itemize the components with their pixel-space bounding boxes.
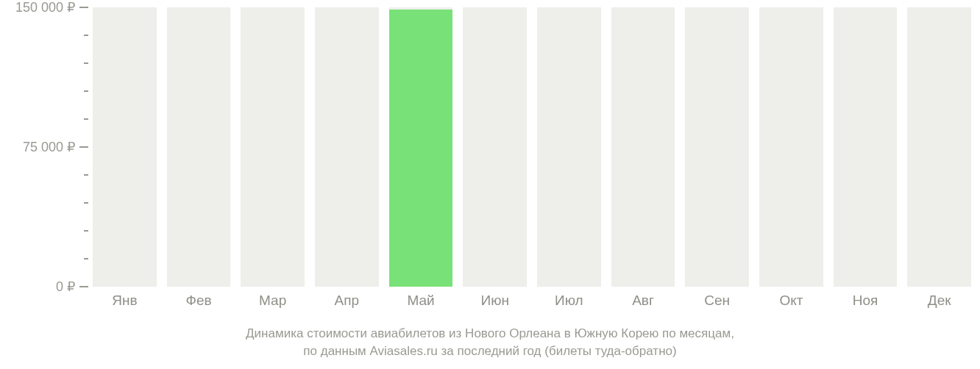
bar-slot <box>834 7 898 287</box>
bar-slot <box>537 7 601 287</box>
bar-background <box>463 7 527 287</box>
y-tick-label: 150 000 ₽ <box>15 0 75 15</box>
bars-group <box>88 7 971 287</box>
bar-slot <box>759 7 823 287</box>
y-axis: 0 ₽75 000 ₽150 000 ₽ <box>0 7 88 287</box>
bar-slot <box>611 7 675 287</box>
y-tick-label: 75 000 ₽ <box>23 139 75 155</box>
x-axis-labels: ЯнвФевМарАпрМайИюнИюлАвгСенОктНояДек <box>88 293 971 309</box>
bar-value <box>389 10 453 287</box>
bar-background <box>834 7 898 287</box>
bar-background <box>167 7 231 287</box>
x-axis-label: Ноя <box>834 293 898 309</box>
bar-slot <box>93 7 157 287</box>
bar-slot <box>907 7 971 287</box>
x-axis-label: Окт <box>759 293 823 309</box>
bar-slot <box>389 7 453 287</box>
bar-background <box>93 7 157 287</box>
x-axis-label: Июн <box>463 293 527 309</box>
x-axis-label: Янв <box>93 293 157 309</box>
price-by-month-chart: 0 ₽75 000 ₽150 000 ₽ ЯнвФевМарАпрМайИюнИ… <box>0 0 980 369</box>
x-axis-label: Май <box>389 293 453 309</box>
y-tick-mark <box>79 286 88 287</box>
bar-background <box>611 7 675 287</box>
bar-slot <box>685 7 749 287</box>
bar-slot <box>315 7 379 287</box>
y-tick-label: 0 ₽ <box>56 279 75 295</box>
x-axis-label: Мар <box>241 293 305 309</box>
x-axis-label: Дек <box>907 293 971 309</box>
x-axis-label: Фев <box>167 293 231 309</box>
bar-slot <box>241 7 305 287</box>
y-tick-mark <box>79 7 88 8</box>
bar-background <box>907 7 971 287</box>
bar-background <box>315 7 379 287</box>
x-axis-label: Апр <box>315 293 379 309</box>
bar-slot <box>463 7 527 287</box>
bar-background <box>759 7 823 287</box>
x-axis-label: Июл <box>537 293 601 309</box>
bar-background <box>537 7 601 287</box>
x-axis-label: Авг <box>611 293 675 309</box>
chart-caption-line2: по данным Aviasales.ru за последний год … <box>0 343 980 360</box>
bar-slot <box>167 7 231 287</box>
plot-area <box>88 7 971 287</box>
bar-background <box>685 7 749 287</box>
bar-background <box>241 7 305 287</box>
x-axis-label: Сен <box>685 293 749 309</box>
y-tick-mark <box>79 146 88 148</box>
chart-caption-line1: Динамика стоимости авиабилетов из Нового… <box>0 325 980 343</box>
